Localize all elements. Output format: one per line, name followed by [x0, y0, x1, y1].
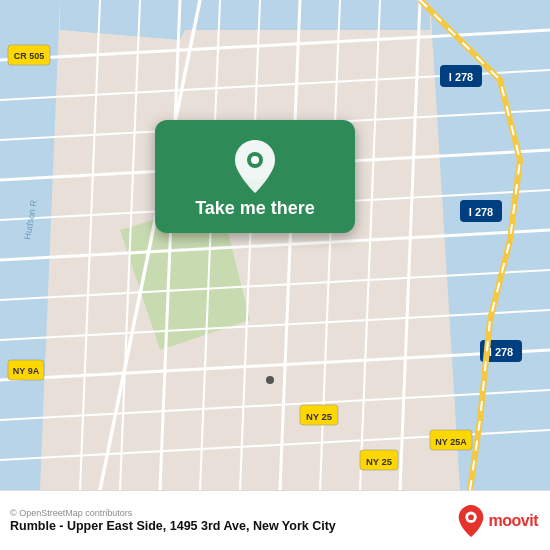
bottom-info: © OpenStreetMap contributors Rumble - Up…	[10, 506, 457, 536]
location-name: Rumble - Upper East Side, 1495 3rd Ave, …	[10, 518, 457, 536]
svg-text:NY 25: NY 25	[306, 411, 333, 422]
svg-text:I 278: I 278	[449, 71, 473, 83]
svg-text:NY 25: NY 25	[366, 456, 393, 467]
svg-point-47	[251, 156, 259, 164]
svg-text:NY 25A: NY 25A	[435, 437, 467, 447]
copyright-text: © OpenStreetMap contributors	[10, 508, 457, 518]
svg-text:I 278: I 278	[469, 206, 493, 218]
moovit-pin-icon	[457, 504, 485, 538]
moovit-logo: moovit	[457, 504, 538, 538]
take-me-there-card[interactable]: Take me there	[155, 120, 355, 233]
svg-point-43	[266, 376, 274, 384]
svg-text:CR 505: CR 505	[14, 51, 45, 61]
map-container: I 278 I 278 I 278 NY 25 NY 25A NY 25 CR …	[0, 0, 550, 490]
svg-text:NY 9A: NY 9A	[13, 366, 40, 376]
svg-point-49	[468, 514, 474, 520]
map-background: I 278 I 278 I 278 NY 25 NY 25A NY 25 CR …	[0, 0, 550, 490]
location-pin-icon	[230, 138, 280, 188]
moovit-text: moovit	[489, 512, 538, 530]
bottom-bar: © OpenStreetMap contributors Rumble - Up…	[0, 490, 550, 550]
svg-text:I 278: I 278	[489, 346, 513, 358]
take-me-there-label: Take me there	[195, 198, 315, 219]
